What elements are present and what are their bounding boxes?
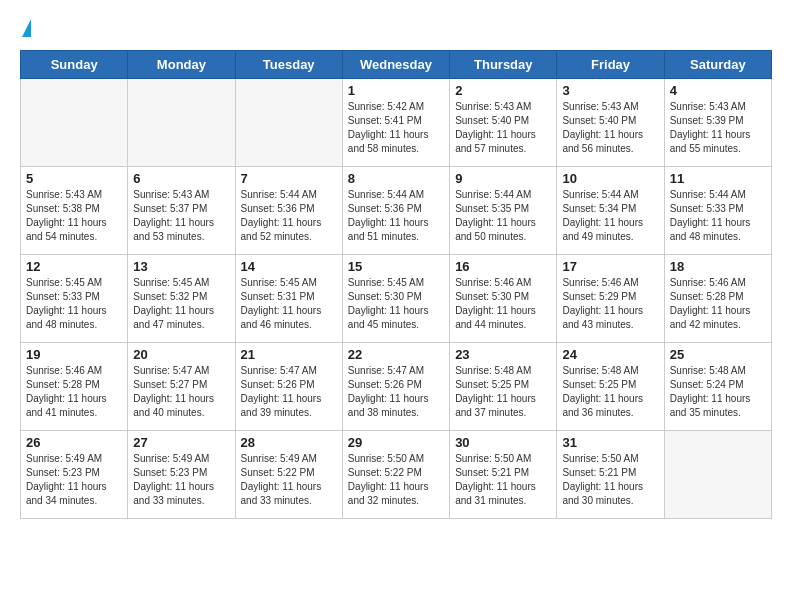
weekday-sunday: Sunday — [21, 51, 128, 79]
calendar-cell: 16Sunrise: 5:46 AM Sunset: 5:30 PM Dayli… — [450, 255, 557, 343]
cell-sun-info: Sunrise: 5:50 AM Sunset: 5:21 PM Dayligh… — [455, 452, 551, 508]
calendar-cell: 25Sunrise: 5:48 AM Sunset: 5:24 PM Dayli… — [664, 343, 771, 431]
cell-sun-info: Sunrise: 5:43 AM Sunset: 5:39 PM Dayligh… — [670, 100, 766, 156]
logo-triangle-icon — [22, 19, 31, 37]
calendar-cell: 10Sunrise: 5:44 AM Sunset: 5:34 PM Dayli… — [557, 167, 664, 255]
calendar-cell — [128, 79, 235, 167]
cell-sun-info: Sunrise: 5:45 AM Sunset: 5:31 PM Dayligh… — [241, 276, 337, 332]
calendar-cell — [664, 431, 771, 519]
day-number: 16 — [455, 259, 551, 274]
calendar-cell: 1Sunrise: 5:42 AM Sunset: 5:41 PM Daylig… — [342, 79, 449, 167]
day-number: 21 — [241, 347, 337, 362]
day-number: 20 — [133, 347, 229, 362]
cell-sun-info: Sunrise: 5:48 AM Sunset: 5:24 PM Dayligh… — [670, 364, 766, 420]
cell-sun-info: Sunrise: 5:46 AM Sunset: 5:28 PM Dayligh… — [670, 276, 766, 332]
cell-sun-info: Sunrise: 5:44 AM Sunset: 5:35 PM Dayligh… — [455, 188, 551, 244]
day-number: 27 — [133, 435, 229, 450]
day-number: 6 — [133, 171, 229, 186]
calendar-cell: 24Sunrise: 5:48 AM Sunset: 5:25 PM Dayli… — [557, 343, 664, 431]
cell-sun-info: Sunrise: 5:46 AM Sunset: 5:29 PM Dayligh… — [562, 276, 658, 332]
cell-sun-info: Sunrise: 5:49 AM Sunset: 5:23 PM Dayligh… — [26, 452, 122, 508]
calendar-cell: 7Sunrise: 5:44 AM Sunset: 5:36 PM Daylig… — [235, 167, 342, 255]
day-number: 12 — [26, 259, 122, 274]
day-number: 8 — [348, 171, 444, 186]
calendar-cell: 8Sunrise: 5:44 AM Sunset: 5:36 PM Daylig… — [342, 167, 449, 255]
day-number: 13 — [133, 259, 229, 274]
day-number: 1 — [348, 83, 444, 98]
calendar-cell: 30Sunrise: 5:50 AM Sunset: 5:21 PM Dayli… — [450, 431, 557, 519]
day-number: 25 — [670, 347, 766, 362]
day-number: 11 — [670, 171, 766, 186]
calendar-cell: 15Sunrise: 5:45 AM Sunset: 5:30 PM Dayli… — [342, 255, 449, 343]
cell-sun-info: Sunrise: 5:47 AM Sunset: 5:27 PM Dayligh… — [133, 364, 229, 420]
day-number: 15 — [348, 259, 444, 274]
cell-sun-info: Sunrise: 5:49 AM Sunset: 5:23 PM Dayligh… — [133, 452, 229, 508]
day-number: 24 — [562, 347, 658, 362]
week-row-1: 5Sunrise: 5:43 AM Sunset: 5:38 PM Daylig… — [21, 167, 772, 255]
cell-sun-info: Sunrise: 5:46 AM Sunset: 5:28 PM Dayligh… — [26, 364, 122, 420]
calendar-cell: 29Sunrise: 5:50 AM Sunset: 5:22 PM Dayli… — [342, 431, 449, 519]
day-number: 30 — [455, 435, 551, 450]
cell-sun-info: Sunrise: 5:45 AM Sunset: 5:33 PM Dayligh… — [26, 276, 122, 332]
calendar-cell: 31Sunrise: 5:50 AM Sunset: 5:21 PM Dayli… — [557, 431, 664, 519]
week-row-0: 1Sunrise: 5:42 AM Sunset: 5:41 PM Daylig… — [21, 79, 772, 167]
cell-sun-info: Sunrise: 5:45 AM Sunset: 5:30 PM Dayligh… — [348, 276, 444, 332]
weekday-thursday: Thursday — [450, 51, 557, 79]
calendar-cell — [21, 79, 128, 167]
calendar-cell: 5Sunrise: 5:43 AM Sunset: 5:38 PM Daylig… — [21, 167, 128, 255]
cell-sun-info: Sunrise: 5:44 AM Sunset: 5:33 PM Dayligh… — [670, 188, 766, 244]
week-row-4: 26Sunrise: 5:49 AM Sunset: 5:23 PM Dayli… — [21, 431, 772, 519]
day-number: 4 — [670, 83, 766, 98]
cell-sun-info: Sunrise: 5:43 AM Sunset: 5:37 PM Dayligh… — [133, 188, 229, 244]
weekday-wednesday: Wednesday — [342, 51, 449, 79]
calendar-cell: 4Sunrise: 5:43 AM Sunset: 5:39 PM Daylig… — [664, 79, 771, 167]
day-number: 28 — [241, 435, 337, 450]
calendar-cell: 20Sunrise: 5:47 AM Sunset: 5:27 PM Dayli… — [128, 343, 235, 431]
calendar-cell: 27Sunrise: 5:49 AM Sunset: 5:23 PM Dayli… — [128, 431, 235, 519]
cell-sun-info: Sunrise: 5:48 AM Sunset: 5:25 PM Dayligh… — [562, 364, 658, 420]
calendar-cell: 22Sunrise: 5:47 AM Sunset: 5:26 PM Dayli… — [342, 343, 449, 431]
day-number: 22 — [348, 347, 444, 362]
weekday-tuesday: Tuesday — [235, 51, 342, 79]
week-row-3: 19Sunrise: 5:46 AM Sunset: 5:28 PM Dayli… — [21, 343, 772, 431]
weekday-monday: Monday — [128, 51, 235, 79]
cell-sun-info: Sunrise: 5:50 AM Sunset: 5:22 PM Dayligh… — [348, 452, 444, 508]
day-number: 5 — [26, 171, 122, 186]
cell-sun-info: Sunrise: 5:44 AM Sunset: 5:36 PM Dayligh… — [348, 188, 444, 244]
logo — [20, 20, 31, 40]
calendar-table: SundayMondayTuesdayWednesdayThursdayFrid… — [20, 50, 772, 519]
day-number: 23 — [455, 347, 551, 362]
day-number: 7 — [241, 171, 337, 186]
day-number: 18 — [670, 259, 766, 274]
calendar-cell: 9Sunrise: 5:44 AM Sunset: 5:35 PM Daylig… — [450, 167, 557, 255]
cell-sun-info: Sunrise: 5:44 AM Sunset: 5:34 PM Dayligh… — [562, 188, 658, 244]
calendar-cell: 3Sunrise: 5:43 AM Sunset: 5:40 PM Daylig… — [557, 79, 664, 167]
calendar-body: 1Sunrise: 5:42 AM Sunset: 5:41 PM Daylig… — [21, 79, 772, 519]
calendar-cell: 21Sunrise: 5:47 AM Sunset: 5:26 PM Dayli… — [235, 343, 342, 431]
calendar-cell: 26Sunrise: 5:49 AM Sunset: 5:23 PM Dayli… — [21, 431, 128, 519]
cell-sun-info: Sunrise: 5:46 AM Sunset: 5:30 PM Dayligh… — [455, 276, 551, 332]
weekday-friday: Friday — [557, 51, 664, 79]
day-number: 3 — [562, 83, 658, 98]
calendar-cell: 13Sunrise: 5:45 AM Sunset: 5:32 PM Dayli… — [128, 255, 235, 343]
day-number: 29 — [348, 435, 444, 450]
cell-sun-info: Sunrise: 5:49 AM Sunset: 5:22 PM Dayligh… — [241, 452, 337, 508]
day-number: 2 — [455, 83, 551, 98]
cell-sun-info: Sunrise: 5:47 AM Sunset: 5:26 PM Dayligh… — [241, 364, 337, 420]
cell-sun-info: Sunrise: 5:44 AM Sunset: 5:36 PM Dayligh… — [241, 188, 337, 244]
calendar-cell: 19Sunrise: 5:46 AM Sunset: 5:28 PM Dayli… — [21, 343, 128, 431]
calendar-cell: 23Sunrise: 5:48 AM Sunset: 5:25 PM Dayli… — [450, 343, 557, 431]
cell-sun-info: Sunrise: 5:43 AM Sunset: 5:40 PM Dayligh… — [455, 100, 551, 156]
day-number: 9 — [455, 171, 551, 186]
day-number: 10 — [562, 171, 658, 186]
cell-sun-info: Sunrise: 5:50 AM Sunset: 5:21 PM Dayligh… — [562, 452, 658, 508]
calendar-cell: 12Sunrise: 5:45 AM Sunset: 5:33 PM Dayli… — [21, 255, 128, 343]
day-number: 31 — [562, 435, 658, 450]
calendar-cell: 14Sunrise: 5:45 AM Sunset: 5:31 PM Dayli… — [235, 255, 342, 343]
cell-sun-info: Sunrise: 5:42 AM Sunset: 5:41 PM Dayligh… — [348, 100, 444, 156]
cell-sun-info: Sunrise: 5:45 AM Sunset: 5:32 PM Dayligh… — [133, 276, 229, 332]
calendar-cell: 18Sunrise: 5:46 AM Sunset: 5:28 PM Dayli… — [664, 255, 771, 343]
day-number: 19 — [26, 347, 122, 362]
day-number: 17 — [562, 259, 658, 274]
cell-sun-info: Sunrise: 5:43 AM Sunset: 5:40 PM Dayligh… — [562, 100, 658, 156]
